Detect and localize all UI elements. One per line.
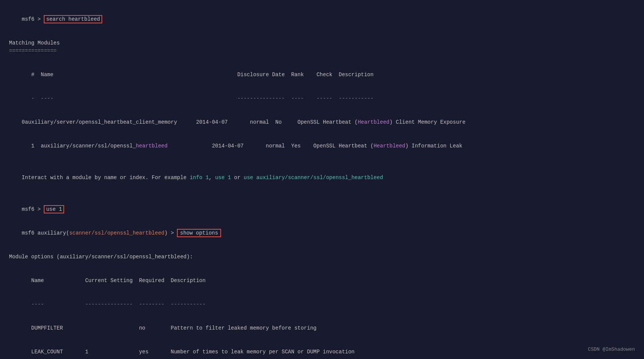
opt0-name: DUMPFILTER [22,325,139,331]
row0-desc-pre: OpenSSL Heartbeat ( [298,119,358,125]
row0-date: 2014-04-07 [196,119,250,125]
table-header-row: # Name Disclosure Date Rank Check Descri… [9,63,635,87]
col-sep: - ---- --------------- ---- ----- ------… [22,95,374,101]
row1-desc-pre: OpenSSL Heartbeat ( [314,143,374,149]
blank-2 [9,55,635,63]
row1-spacing: 2014-04-07 [168,143,266,149]
module-path: scanner/ssl/openssl_heartbleed [69,230,164,236]
interact-line: Interact with a module by name or index.… [9,166,635,190]
opt1-desc: Number of times to leak memory per SCAN … [171,349,354,355]
row0-num: 0 [22,119,25,125]
interact-or: or [231,175,244,181]
prompt-1: msf6 > [22,16,41,22]
command-line-3: msf6 auxiliary(scanner/ssl/openssl_heart… [9,221,635,245]
opt-leak-count: LEAK_COUNT 1 yes Number of times to leak… [9,340,635,359]
opts-header: Name Current Setting Required Descriptio… [9,269,635,293]
use-1-link: use 1 [215,175,231,181]
opt0-req: no [139,325,171,331]
terminal: msf6 > search heartbleed Matching Module… [9,8,635,359]
col-num: # Name Disclosure Date Rank Check Descri… [22,72,374,78]
prompt-2: msf6 > [22,206,41,212]
opt0-desc: Pattern to filter leaked memory before s… [171,325,316,331]
use-heartbleed-link: use auxiliary/scanner/ssl/openssl_heartb… [244,175,383,181]
command-line-1: msf6 > search heartbleed [9,8,635,31]
show-options-box: show options [177,229,221,237]
blank-5 [9,245,635,253]
row1-heartbleed-name-highlight: heartbleed [136,143,168,149]
search-command-box: search heartbleed [44,15,102,23]
opts-sep-text: ---- --------------- -------- ----------… [22,301,206,307]
row1-name-pre: auxiliary/scanner/ssl/openssl_ [41,143,136,149]
matching-modules-label: Matching Modules [9,39,635,47]
opts-header-text: Name Current Setting Required Descriptio… [22,278,206,284]
row1-check: Yes [291,143,314,149]
row0-desc-post: ) Client Memory Exposure [389,119,466,125]
row1-num: 1 [22,143,41,149]
table-row-1: 1 auxiliary/scanner/ssl/openssl_heartble… [9,134,635,158]
row0-rank: normal [250,119,275,125]
opts-sep: ---- --------------- -------- ----------… [9,293,635,316]
row0-check: No [275,119,298,125]
row0-heartbleed-highlight: Heartbleed [358,119,389,125]
table-sep-row: - ---- --------------- ---- ----- ------… [9,87,635,110]
table-row-0: 0auxiliary/server/openssl_heartbeat_clie… [9,110,635,134]
prompt-3-pre: msf6 auxiliary( [22,230,69,236]
info-1-link: info 1 [190,175,209,181]
opt-dumpfilter: DUMPFILTER no Pattern to filter leaked m… [9,316,635,340]
blank-3 [9,158,635,166]
row0-name: auxiliary/server/openssl_heartbeat_clien… [25,119,196,125]
interact-text-1: Interact with a module by name or index.… [22,175,190,181]
module-options-title: Module options (auxiliary/scanner/ssl/op… [9,253,635,261]
prompt-3-post: ) > [164,230,174,236]
opt1-req: yes [139,349,171,355]
interact-comma: , [209,175,215,181]
opt1-name: LEAK_COUNT 1 [22,349,139,355]
blank-4 [9,190,635,198]
row1-desc-post: ) Information Leak [405,143,462,149]
equals-separator: =============== [9,47,635,55]
row1-rank: normal [266,143,291,149]
use-command-box: use 1 [44,205,64,213]
watermark: CSDN @ImShadowen [588,346,635,353]
command-line-2: msf6 > use 1 [9,198,635,221]
blank-6 [9,261,635,269]
blank-1 [9,31,635,39]
row1-heartbleed-highlight: Heartbleed [373,143,405,149]
